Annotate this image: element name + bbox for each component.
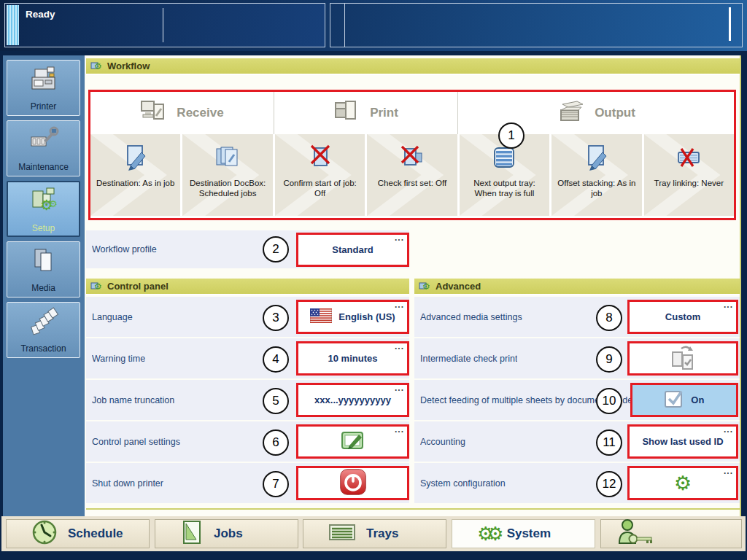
person-key-icon: [617, 518, 655, 550]
more-indicator: ...: [395, 384, 404, 392]
tile-offset-stacking[interactable]: Offset stacking: As in job: [551, 134, 641, 216]
setting-label: Job name truncation: [92, 395, 174, 405]
row-language: Language ... English (US): [86, 297, 409, 337]
sidebar-item-media[interactable]: Media: [7, 241, 80, 298]
button-value: Standard: [332, 244, 373, 255]
sidebar-item-printer[interactable]: Printer: [7, 60, 80, 116]
sidebar-item-label: Printer: [31, 101, 56, 112]
document-crossed-printer-icon: [367, 143, 457, 176]
tab-label: Trays: [366, 526, 398, 541]
workflow-profile-row: Workflow profile ... Standard: [86, 230, 409, 268]
advanced-section: ⚙ Advanced Advanced media settings ... C…: [414, 279, 740, 503]
jobs-document-icon: [180, 519, 204, 549]
annotation-circle-4: 4: [263, 346, 289, 373]
tab-schedule[interactable]: Schedule: [6, 519, 150, 548]
status-caret: [729, 7, 731, 41]
annotation-circle-12: 12: [596, 471, 622, 497]
advanced-media-settings-button[interactable]: ... Custom: [627, 300, 738, 334]
button-value: Custom: [665, 311, 700, 322]
tab-system[interactable]: ⚙⚙ System: [452, 519, 595, 548]
warning-time-button[interactable]: ... 10 minutes: [296, 341, 409, 376]
accounting-button[interactable]: ... Show last used ID: [627, 424, 738, 459]
tile-tray-linking[interactable]: Tray linking: Never: [644, 134, 734, 216]
print-icon: [333, 98, 361, 128]
power-icon: [338, 467, 368, 499]
annotation-circle-3: 3: [263, 305, 289, 331]
sidebar-item-label: Maintenance: [18, 162, 69, 172]
workflow-column-receive: Receive: [90, 92, 274, 134]
setting-label: Shut down printer: [92, 478, 163, 489]
gears-icon: ⚙⚙: [477, 524, 497, 543]
transaction-icon: [28, 307, 60, 339]
row-shut-down-printer: Shut down printer: [86, 463, 409, 503]
sidebar-item-label: Setup: [32, 223, 55, 233]
maintenance-icon: [28, 125, 60, 158]
row-job-name-truncation: Job name truncation ... xxx...yyyyyyyyyy: [86, 380, 409, 420]
checkbox-checked-icon: [664, 389, 684, 411]
printer-status-text: Ready: [26, 9, 55, 20]
control-panel-settings-button[interactable]: ...: [296, 424, 409, 459]
document-edit-icon: [551, 143, 641, 176]
tray-crossed-icon: [644, 143, 734, 176]
tile-label: Destination: As in job: [90, 176, 180, 188]
tile-destination-docbox[interactable]: Destination DocBox: Scheduled jobs: [182, 134, 272, 216]
detect-multiple-sheets-button[interactable]: On: [630, 383, 738, 417]
tile-confirm-start[interactable]: Confirm start of job: Off: [275, 134, 365, 216]
tab-jobs[interactable]: Jobs: [155, 519, 298, 548]
main-content: ⚙ Workflow Receive Print Outpu: [85, 55, 741, 516]
bottom-tab-bar: Schedule Jobs Trays ⚙⚙ System: [1, 516, 746, 551]
tile-label: Destination DocBox: Scheduled jobs: [182, 176, 272, 199]
intermediate-check-print-button[interactable]: [627, 341, 738, 376]
svg-text:⚙: ⚙: [94, 281, 102, 291]
tile-destination[interactable]: Destination: As in job: [90, 134, 180, 216]
trays-icon: [328, 521, 356, 547]
workflow-profile-button[interactable]: ... Standard: [296, 233, 409, 267]
system-configuration-button[interactable]: ... ⚙: [627, 466, 738, 500]
sidebar-item-label: Media: [31, 283, 55, 293]
workflow-section-header: ⚙ Workflow: [86, 58, 740, 75]
sidebar-item-transaction[interactable]: Transaction: [7, 302, 80, 358]
svg-text:⚙: ⚙: [422, 281, 430, 291]
annotation-circle-6: 6: [263, 429, 289, 456]
button-value: On: [691, 394, 704, 405]
setup-icon: ⚙⚙: [27, 185, 61, 219]
gear-icon: ⚙: [674, 473, 692, 493]
sidebar-item-maintenance[interactable]: Maintenance: [7, 120, 80, 176]
svg-text:⚙: ⚙: [49, 198, 58, 209]
tile-label: Check first set: Off: [367, 176, 457, 188]
more-indicator: ...: [395, 426, 404, 433]
output-tray-icon: [460, 143, 549, 176]
workflow-section-title: Workflow: [107, 61, 150, 71]
row-advanced-media-settings: Advanced media settings ... Custom: [414, 297, 740, 337]
setting-label: Control panel settings: [92, 437, 180, 447]
tab-trays[interactable]: Trays: [303, 519, 446, 548]
us-flag-icon: [310, 308, 332, 325]
more-indicator: ...: [395, 343, 404, 350]
job-name-truncation-button[interactable]: ... xxx...yyyyyyyyyy: [296, 383, 409, 417]
receive-icon: [140, 98, 168, 128]
row-intermediate-check-print: Intermediate check print: [414, 338, 740, 378]
tile-label: Confirm start of job: Off: [275, 176, 365, 199]
button-value: xxx...yyyyyyyyyy: [314, 394, 391, 405]
setting-label: Intermediate check print: [420, 354, 517, 364]
sidebar-item-setup[interactable]: ⚙⚙ Setup: [7, 181, 80, 237]
svg-text:⚙: ⚙: [94, 61, 102, 71]
annotation-circle-1: 1: [498, 122, 525, 149]
workflow-tiles: Destination: As in job Destination DocBo…: [90, 134, 734, 216]
status-sub-separator: [344, 4, 345, 47]
annotation-circle-10: 10: [596, 388, 622, 414]
tab-label: Jobs: [214, 526, 243, 541]
setting-label: Warning time: [92, 354, 145, 364]
language-button[interactable]: ... English (US): [296, 300, 409, 334]
shut-down-printer-button[interactable]: [296, 466, 409, 500]
status-panel-right: [330, 3, 743, 47]
tile-check-first-set[interactable]: Check first set: Off: [367, 134, 457, 216]
output-icon: [557, 98, 586, 128]
tab-operator-key[interactable]: [600, 519, 742, 548]
control-panel-section-icon: ⚙: [90, 279, 103, 293]
workflow-column-label: Output: [595, 106, 635, 120]
button-value: Show last used ID: [642, 436, 723, 447]
button-value: 10 minutes: [328, 353, 378, 364]
annotation-circle-7: 7: [263, 471, 289, 497]
tab-label: Schedule: [68, 526, 123, 541]
